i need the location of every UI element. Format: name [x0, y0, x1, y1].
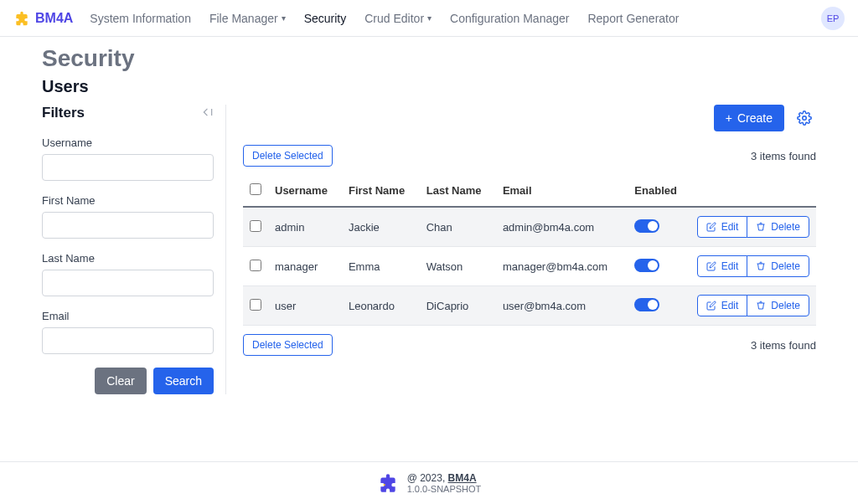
logo[interactable]: BM4A [13, 10, 73, 27]
delete-selected-button[interactable]: Delete Selected [243, 145, 333, 167]
cell-lastName: Chan [420, 207, 496, 247]
nav-item-report-generator[interactable]: Report Generator [587, 12, 679, 25]
cell-email: admin@bm4a.com [496, 207, 628, 247]
brand-text: BM4A [35, 11, 73, 26]
cell-firstName: Leonardo [342, 286, 420, 326]
edit-button[interactable]: Edit [697, 216, 748, 238]
cell-firstName: Emma [342, 247, 420, 286]
cell-email: manager@bm4a.com [496, 247, 628, 286]
filter-label-first-name: First Name [42, 194, 214, 207]
filter-input-last-name[interactable] [42, 270, 214, 296]
cell-email: user@bm4a.com [496, 286, 628, 326]
column-header: Username [268, 175, 342, 207]
select-all-checkbox[interactable] [250, 183, 261, 195]
page-subtitle: Users [42, 77, 816, 96]
plus-icon: + [726, 111, 732, 125]
chevron-down-icon: ▾ [282, 13, 286, 23]
cell-lastName: Watson [420, 247, 496, 286]
edit-button[interactable]: Edit [697, 255, 748, 277]
enabled-toggle[interactable] [634, 298, 659, 311]
filters-panel: Filters UsernameFirst NameLast NameEmail… [42, 105, 226, 394]
column-header: Email [496, 175, 628, 207]
column-header: First Name [342, 175, 420, 207]
nav-item-configuration-manager[interactable]: Configuration Manager [450, 12, 569, 25]
edit-button[interactable]: Edit [697, 295, 748, 316]
items-found-bottom: 3 items found [751, 339, 816, 352]
create-label: Create [737, 111, 773, 125]
filters-title: Filters [42, 105, 85, 121]
column-header: Last Name [420, 175, 496, 207]
enabled-toggle[interactable] [634, 219, 659, 233]
nav-item-file-manager[interactable]: File Manager▾ [209, 12, 286, 25]
nav-menu: System InformationFile Manager▾SecurityC… [90, 12, 821, 25]
search-button[interactable]: Search [153, 368, 214, 394]
filter-label-username: Username [42, 136, 214, 149]
table-row: userLeonardoDiCapriouser@bm4a.com Edit D… [243, 286, 816, 326]
collapse-icon[interactable] [202, 106, 214, 121]
cell-lastName: DiCaprio [420, 286, 496, 326]
puzzle-icon [13, 10, 30, 27]
chevron-down-icon: ▾ [427, 13, 432, 23]
gear-icon [797, 111, 812, 126]
svg-point-0 [803, 116, 807, 121]
nav-item-system-information[interactable]: System Information [90, 12, 191, 25]
column-header: Enabled [628, 175, 690, 207]
delete-button[interactable]: Delete [747, 216, 809, 238]
delete-button[interactable]: Delete [747, 295, 809, 316]
top-nav: BM4A System InformationFile Manager▾Secu… [0, 0, 858, 37]
enabled-toggle[interactable] [634, 259, 659, 272]
clear-button[interactable]: Clear [95, 368, 146, 394]
row-checkbox[interactable] [250, 220, 261, 232]
nav-item-security[interactable]: Security [304, 12, 347, 25]
cell-username: manager [268, 247, 342, 286]
filter-input-email[interactable] [42, 327, 214, 354]
cell-firstName: Jackie [342, 207, 420, 247]
user-avatar[interactable]: EP [821, 7, 845, 30]
nav-item-crud-editor[interactable]: Crud Editor▾ [364, 12, 432, 25]
filter-input-username[interactable] [42, 154, 214, 181]
filter-label-last-name: Last Name [42, 252, 214, 265]
delete-selected-button-bottom[interactable]: Delete Selected [243, 334, 333, 356]
table-row: managerEmmaWatsonmanager@bm4a.com Edit D… [243, 247, 816, 286]
filter-label-email: Email [42, 310, 214, 322]
table-row: adminJackieChanadmin@bm4a.com Edit Delet… [243, 207, 816, 247]
delete-button[interactable]: Delete [747, 255, 809, 277]
cell-username: user [268, 286, 342, 326]
main-content: + Create Delete Selected 3 items found U… [243, 105, 816, 394]
items-found-top: 3 items found [751, 150, 816, 162]
settings-button[interactable] [793, 106, 816, 130]
page-title: Security [42, 45, 816, 72]
cell-username: admin [268, 207, 342, 247]
filter-input-first-name[interactable] [42, 212, 214, 239]
users-table: UsernameFirst NameLast NameEmailEnabled … [243, 175, 816, 326]
row-checkbox[interactable] [250, 299, 261, 311]
create-button[interactable]: + Create [714, 105, 784, 131]
row-checkbox[interactable] [250, 260, 261, 271]
